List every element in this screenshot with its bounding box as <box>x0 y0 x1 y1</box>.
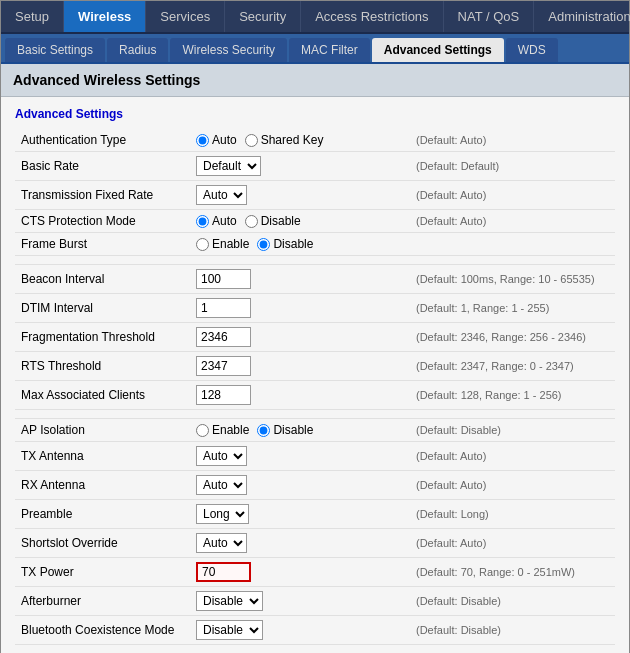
row-control-9[interactable] <box>190 352 410 381</box>
row-control-19[interactable]: Disable <box>190 616 410 645</box>
top-nav-item-security[interactable]: Security <box>225 1 301 32</box>
row-hint-0: (Default: Auto) <box>410 129 615 152</box>
row-control-3[interactable]: AutoDisable <box>190 210 410 233</box>
table-row: AP IsolationEnableDisable(Default: Disab… <box>15 419 615 442</box>
row-label-0: Authentication Type <box>15 129 190 152</box>
table-row: Fragmentation Threshold(Default: 2346, R… <box>15 323 615 352</box>
row-control-18[interactable]: Disable <box>190 587 410 616</box>
radio-item-0[interactable]: Enable <box>196 237 249 251</box>
row-hint-10: (Default: 128, Range: 1 - 256) <box>410 381 615 410</box>
row-label-3: CTS Protection Mode <box>15 210 190 233</box>
sub-nav-item-basic-settings[interactable]: Basic Settings <box>5 38 105 62</box>
select-1[interactable]: Default <box>196 156 261 176</box>
top-nav-item-services[interactable]: Services <box>146 1 225 32</box>
sub-nav: Basic SettingsRadiusWireless SecurityMAC… <box>1 34 629 64</box>
page-title: Advanced Wireless Settings <box>1 64 629 97</box>
table-row: DTIM Interval(Default: 1, Range: 1 - 255… <box>15 294 615 323</box>
row-control-2[interactable]: Auto <box>190 181 410 210</box>
table-row: Basic RateDefault(Default: Default) <box>15 152 615 181</box>
top-nav-item-nat-/-qos[interactable]: NAT / QoS <box>444 1 535 32</box>
table-row: Shortslot OverrideAuto(Default: Auto) <box>15 529 615 558</box>
table-row: Transmission Fixed RateAuto(Default: Aut… <box>15 181 615 210</box>
text-input-highlighted-17[interactable] <box>196 562 251 582</box>
select-18[interactable]: Disable <box>196 591 263 611</box>
content-area: Advanced Settings Authentication TypeAut… <box>1 97 629 653</box>
row-label-2: Transmission Fixed Rate <box>15 181 190 210</box>
row-hint-14: (Default: Auto) <box>410 471 615 500</box>
row-control-0[interactable]: AutoShared Key <box>190 129 410 152</box>
top-nav-item-access-restrictions[interactable]: Access Restrictions <box>301 1 443 32</box>
radio-label-0: Enable <box>212 237 249 251</box>
row-control-8[interactable] <box>190 323 410 352</box>
row-label-17: TX Power <box>15 558 190 587</box>
radio-label-0: Enable <box>212 423 249 437</box>
row-control-4[interactable]: EnableDisable <box>190 233 410 256</box>
section-title: Advanced Settings <box>15 107 615 121</box>
main-window: SetupWirelessServicesSecurityAccess Rest… <box>0 0 630 653</box>
row-hint-6: (Default: 100ms, Range: 10 - 65535) <box>410 265 615 294</box>
row-control-12[interactable]: EnableDisable <box>190 419 410 442</box>
row-hint-19: (Default: Disable) <box>410 616 615 645</box>
table-row: Max Associated Clients(Default: 128, Ran… <box>15 381 615 410</box>
radio-item-1[interactable]: Shared Key <box>245 133 324 147</box>
table-row: RTS Threshold(Default: 2347, Range: 0 - … <box>15 352 615 381</box>
row-hint-9: (Default: 2347, Range: 0 - 2347) <box>410 352 615 381</box>
row-control-13[interactable]: Auto <box>190 442 410 471</box>
radio-item-1[interactable]: Disable <box>257 237 313 251</box>
text-input-10[interactable] <box>196 385 251 405</box>
text-input-6[interactable] <box>196 269 251 289</box>
text-input-7[interactable] <box>196 298 251 318</box>
radio-item-1[interactable]: Disable <box>257 423 313 437</box>
radio-item-0[interactable]: Enable <box>196 423 249 437</box>
row-label-8: Fragmentation Threshold <box>15 323 190 352</box>
radio-label-1: Disable <box>261 214 301 228</box>
row-label-15: Preamble <box>15 500 190 529</box>
row-control-7[interactable] <box>190 294 410 323</box>
row-control-17[interactable] <box>190 558 410 587</box>
select-13[interactable]: Auto <box>196 446 247 466</box>
top-nav: SetupWirelessServicesSecurityAccess Rest… <box>1 1 629 34</box>
row-label-9: RTS Threshold <box>15 352 190 381</box>
row-control-1[interactable]: Default <box>190 152 410 181</box>
sub-nav-item-mac-filter[interactable]: MAC Filter <box>289 38 370 62</box>
row-hint-2: (Default: Auto) <box>410 181 615 210</box>
text-input-8[interactable] <box>196 327 251 347</box>
row-label-1: Basic Rate <box>15 152 190 181</box>
row-control-6[interactable] <box>190 265 410 294</box>
top-nav-item-setup[interactable]: Setup <box>1 1 64 32</box>
radio-item-0[interactable]: Auto <box>196 133 237 147</box>
row-control-15[interactable]: Long <box>190 500 410 529</box>
top-nav-item-administration[interactable]: Administration <box>534 1 630 32</box>
select-2[interactable]: Auto <box>196 185 247 205</box>
sub-nav-item-radius[interactable]: Radius <box>107 38 168 62</box>
settings-table: Authentication TypeAutoShared Key(Defaul… <box>15 129 615 645</box>
radio-label-0: Auto <box>212 214 237 228</box>
sub-nav-item-wds[interactable]: WDS <box>506 38 558 62</box>
row-control-10[interactable] <box>190 381 410 410</box>
table-row: Bluetooth Coexistence ModeDisable(Defaul… <box>15 616 615 645</box>
row-control-16[interactable]: Auto <box>190 529 410 558</box>
select-16[interactable]: Auto <box>196 533 247 553</box>
select-19[interactable]: Disable <box>196 620 263 640</box>
sub-nav-item-advanced-settings[interactable]: Advanced Settings <box>372 38 504 62</box>
row-label-13: TX Antenna <box>15 442 190 471</box>
row-hint-8: (Default: 2346, Range: 256 - 2346) <box>410 323 615 352</box>
table-row: RX AntennaAuto(Default: Auto) <box>15 471 615 500</box>
table-row: Beacon Interval(Default: 100ms, Range: 1… <box>15 265 615 294</box>
radio-item-1[interactable]: Disable <box>245 214 301 228</box>
text-input-9[interactable] <box>196 356 251 376</box>
top-nav-item-wireless[interactable]: Wireless <box>64 1 146 32</box>
select-14[interactable]: Auto <box>196 475 247 495</box>
row-label-16: Shortslot Override <box>15 529 190 558</box>
radio-label-1: Disable <box>273 237 313 251</box>
sub-nav-item-wireless-security[interactable]: Wireless Security <box>170 38 287 62</box>
row-label-19: Bluetooth Coexistence Mode <box>15 616 190 645</box>
row-label-4: Frame Burst <box>15 233 190 256</box>
radio-item-0[interactable]: Auto <box>196 214 237 228</box>
row-label-18: Afterburner <box>15 587 190 616</box>
row-label-12: AP Isolation <box>15 419 190 442</box>
row-control-14[interactable]: Auto <box>190 471 410 500</box>
row-label-14: RX Antenna <box>15 471 190 500</box>
radio-label-1: Shared Key <box>261 133 324 147</box>
select-15[interactable]: Long <box>196 504 249 524</box>
